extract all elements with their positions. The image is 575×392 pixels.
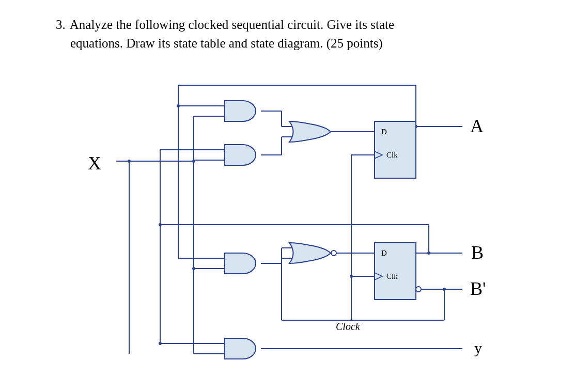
junction-dot [427, 252, 430, 255]
junction-dot [128, 160, 131, 163]
question-text: 3.Analyze the following clocked sequenti… [56, 15, 508, 53]
input-x-label: X [88, 152, 101, 174]
circuit-diagram: D Clk D Clk X A B B' y Clock [77, 75, 501, 374]
junction-dot [159, 342, 162, 345]
question-line1: Analyze the following clocked sequential… [70, 18, 394, 32]
and-gate-g2 [225, 145, 256, 165]
nor-bubble [331, 250, 336, 256]
question-number: 3. [56, 18, 66, 32]
junction-dot [192, 267, 195, 270]
and-gate-g4 [225, 253, 256, 274]
ff-clk-label: Clk [386, 151, 398, 159]
ff-d-label: D [381, 249, 387, 257]
output-y-label: y [474, 339, 482, 357]
svg-rect-1 [375, 243, 416, 300]
output-a-label: A [470, 115, 484, 137]
question-line2: equations. Draw its state table and stat… [70, 36, 383, 50]
or-gate-g3 [289, 121, 331, 142]
output-b-label: B [471, 242, 484, 263]
clock-label: Clock [336, 321, 360, 333]
and-gate-g1 [225, 101, 256, 121]
ff-clk-label: Clk [386, 272, 398, 280]
junction-dot [177, 104, 180, 107]
flipflop-a: D Clk [375, 121, 416, 178]
svg-point-2 [416, 287, 421, 292]
junction-dot [443, 288, 446, 291]
flipflop-b: D Clk [375, 243, 421, 300]
and-gate-g6 [225, 338, 256, 359]
ff-d-label: D [381, 128, 387, 136]
junction-dot [192, 160, 195, 163]
nor-gate-g5 [289, 243, 331, 263]
output-bnot-label: B' [470, 278, 486, 300]
junction-dot [350, 275, 353, 278]
svg-rect-0 [375, 121, 416, 178]
junction-dot [159, 223, 162, 226]
